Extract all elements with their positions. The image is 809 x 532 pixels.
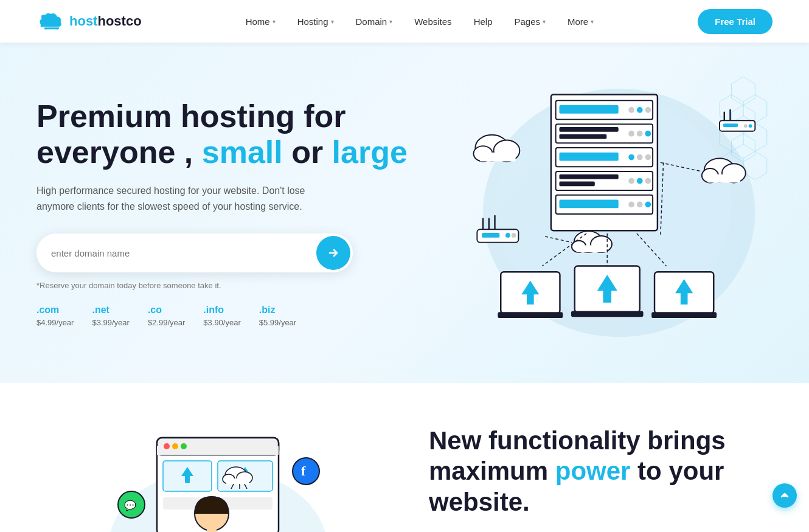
svg-point-84 (172, 443, 178, 449)
nav-help[interactable]: Help (465, 12, 501, 32)
svg-rect-29 (559, 174, 618, 179)
svg-point-62 (743, 124, 747, 128)
nav-domain[interactable]: Domain ▾ (347, 12, 401, 32)
svg-point-16 (645, 107, 651, 113)
svg-rect-99 (207, 529, 217, 532)
domain-com: .com $4.99/year (36, 305, 74, 327)
svg-rect-35 (559, 200, 618, 209)
svg-rect-55 (482, 233, 499, 238)
section2: f 💬 New functionality brings maximum pow… (0, 383, 809, 532)
search-note: *Reserve your domain today before someon… (36, 281, 442, 290)
svg-rect-30 (559, 181, 594, 186)
svg-rect-72 (498, 312, 563, 318)
svg-point-85 (181, 443, 187, 449)
free-trial-button[interactable]: Free Trial (698, 9, 773, 34)
pages-chevron-icon: ▾ (543, 18, 546, 25)
domain-chevron-icon: ▾ (389, 18, 392, 25)
svg-text:f: f (301, 463, 306, 478)
svg-point-25 (628, 154, 634, 161)
nav-more[interactable]: More ▾ (559, 12, 602, 32)
nav-hosting[interactable]: Hosting ▾ (289, 12, 342, 32)
svg-point-37 (636, 202, 642, 208)
hero-subtitle: High performance secured hosting for you… (36, 183, 328, 214)
svg-point-21 (636, 131, 642, 137)
nav-pages[interactable]: Pages ▾ (505, 12, 554, 32)
hero-illustration (442, 73, 773, 353)
svg-point-32 (636, 178, 642, 184)
domain-search-bar (36, 233, 353, 272)
svg-point-26 (636, 154, 642, 161)
logo-icon (36, 12, 63, 30)
svg-text:💬: 💬 (124, 500, 136, 511)
svg-point-57 (511, 233, 516, 238)
svg-point-20 (628, 131, 634, 137)
domain-co: .co $2.99/year (148, 305, 185, 327)
svg-rect-19 (559, 134, 606, 139)
svg-point-14 (628, 107, 634, 113)
hero-content: Premium hosting for everyone , small or … (36, 98, 442, 328)
svg-rect-24 (559, 153, 618, 161)
svg-rect-13 (559, 105, 618, 114)
svg-point-22 (645, 131, 651, 137)
scroll-top-button[interactable] (773, 483, 797, 508)
svg-rect-18 (559, 127, 618, 132)
svg-rect-78 (651, 312, 717, 318)
svg-point-63 (748, 124, 752, 128)
nav-links: Home ▾ Hosting ▾ Domain ▾ Websites Help … (237, 12, 603, 32)
navbar: hosthostco Home ▾ Hosting ▾ Domain ▾ Web… (0, 0, 809, 43)
svg-point-38 (645, 202, 651, 208)
nav-home[interactable]: Home ▾ (237, 12, 284, 32)
search-input[interactable] (36, 238, 314, 268)
hero-section: Premium hosting for everyone , small or … (0, 43, 809, 383)
svg-point-56 (505, 233, 510, 238)
more-chevron-icon: ▾ (591, 18, 594, 25)
svg-point-106 (293, 458, 319, 485)
section2-content: New functionality brings maximum power t… (404, 420, 773, 532)
svg-point-36 (628, 202, 634, 208)
svg-rect-50 (576, 245, 607, 252)
svg-rect-75 (571, 311, 643, 317)
domain-prices: .com $4.99/year .net $3.99/year .co $2.9… (36, 305, 442, 327)
home-chevron-icon: ▾ (273, 18, 276, 25)
domain-biz: .biz $5.99/year (259, 305, 296, 327)
svg-point-83 (164, 443, 170, 449)
svg-rect-42 (480, 153, 515, 162)
chevron-up-icon (780, 491, 790, 500)
svg-marker-4 (731, 77, 755, 105)
logo[interactable]: hosthostco (36, 12, 142, 30)
section2-title: New functionality brings maximum power t… (429, 426, 773, 517)
svg-rect-94 (226, 478, 249, 485)
svg-rect-46 (707, 174, 740, 183)
svg-point-31 (628, 178, 634, 184)
section2-illustration: f 💬 (36, 420, 404, 532)
hosting-chevron-icon: ▾ (331, 18, 334, 25)
svg-rect-61 (723, 123, 737, 127)
section2-description: Reliable web hosting solutions: empoweri… (429, 528, 773, 532)
svg-point-15 (636, 107, 642, 113)
section2-svg: f 💬 (90, 420, 352, 532)
svg-point-33 (645, 178, 651, 184)
hero-title: Premium hosting for everyone , small or … (36, 98, 442, 171)
hero-svg-illustration (442, 73, 773, 353)
logo-text: hosthostco (69, 13, 142, 29)
domain-info: .info $3.90/year (203, 305, 240, 327)
nav-websites[interactable]: Websites (406, 12, 460, 32)
search-button[interactable] (316, 236, 350, 270)
domain-net: .net $3.99/year (92, 305, 129, 327)
arrow-right-icon (327, 247, 339, 259)
svg-point-27 (645, 154, 651, 161)
